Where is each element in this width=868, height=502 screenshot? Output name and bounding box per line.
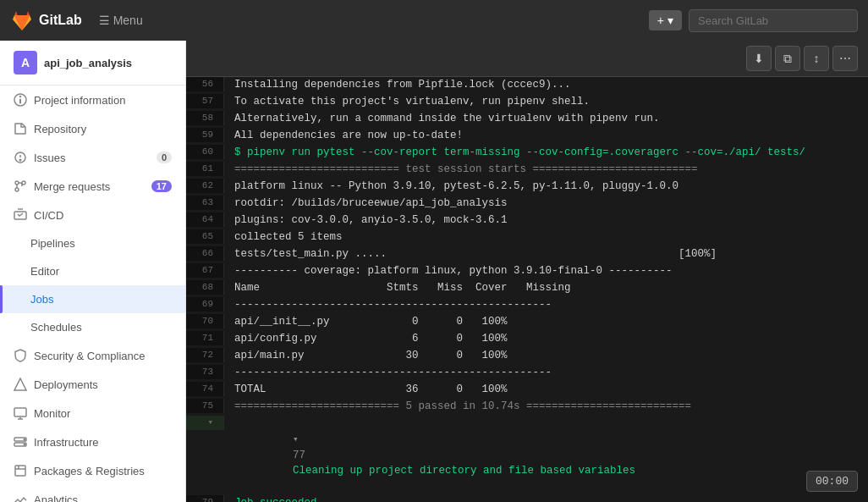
sidebar-item-jobs[interactable]: Jobs: [0, 285, 185, 313]
table-row: 66 tests/test_main.py ..... [100%]: [186, 246, 868, 263]
sidebar-item-label: Issues: [34, 152, 66, 164]
table-row: 57 To activate this project's virtualenv…: [186, 94, 868, 111]
table-row: 63 rootdir: /builds/bruceewue/api_job_an…: [186, 196, 868, 212]
project-name: api_job_analysis: [44, 57, 132, 69]
table-row: 58 Alternatively, run a command inside t…: [186, 111, 868, 128]
nav-actions: + ▾: [649, 9, 858, 32]
sidebar-item-label: Infrastructure: [34, 436, 99, 449]
sidebar-item-schedules[interactable]: Schedules: [0, 313, 185, 341]
new-button[interactable]: + ▾: [649, 10, 682, 30]
svg-point-14: [24, 444, 25, 445]
table-row: 56 Installing dependencies from Pipfile.…: [186, 77, 868, 94]
sidebar-item-label: Monitor: [34, 407, 70, 420]
sidebar-item-label: Repository: [34, 123, 86, 135]
sidebar-item-label: Merge requests: [34, 180, 110, 193]
sidebar-header: A api_job_analysis: [0, 41, 185, 86]
svg-rect-1: [19, 99, 21, 104]
svg-point-0: [19, 96, 21, 97]
download-button[interactable]: ⬇: [746, 46, 772, 71]
more-icon: ⋯: [839, 52, 851, 65]
package-icon: [14, 464, 27, 477]
analytics-icon: [14, 493, 27, 502]
sidebar-item-label: Packages & Registries: [34, 465, 145, 477]
sidebar-item-label: Project information: [34, 94, 125, 107]
copy-icon: ⧉: [783, 52, 792, 66]
table-row: 61 ========================== test sessi…: [186, 162, 868, 179]
table-row: 59 All dependencies are now up-to-date!: [186, 128, 868, 145]
terminal-output: 56 Installing dependencies from Pipfile.…: [186, 77, 868, 502]
sidebar: A api_job_analysis Project information R…: [0, 41, 186, 502]
sidebar-items: Project information Repository Issues 0 …: [0, 86, 185, 502]
table-row: 74 TOTAL 36 0 100%: [186, 382, 868, 399]
search-input[interactable]: [689, 9, 858, 32]
svg-point-5: [19, 159, 21, 161]
merge-requests-badge: 17: [151, 180, 172, 192]
more-button[interactable]: ⋯: [832, 46, 858, 71]
table-row: 65 collected 5 items: [186, 229, 868, 246]
monitor-icon: [14, 406, 27, 420]
copy-button[interactable]: ⧉: [775, 46, 800, 71]
sidebar-item-label: Pipelines: [30, 237, 75, 250]
sidebar-item-project-information[interactable]: Project information: [0, 86, 185, 114]
gitlab-text: GitLab: [39, 13, 82, 28]
top-nav: GitLab ☰ Menu + ▾: [0, 0, 868, 41]
merge-icon: [14, 179, 27, 193]
sidebar-content: Project information Repository Issues 0 …: [0, 86, 185, 502]
svg-rect-15: [15, 466, 25, 476]
download-icon: ⬇: [754, 52, 764, 65]
chevron-down-icon: ▾: [667, 14, 673, 27]
sidebar-item-pipelines[interactable]: Pipelines: [0, 229, 185, 257]
table-row: 73 -------------------------------------…: [186, 365, 868, 382]
table-row: 68 Name Stmts Miss Cover Missing: [186, 280, 868, 297]
sidebar-item-label: Editor: [30, 265, 59, 278]
table-row: 71 api/config.py 6 0 100%: [186, 331, 868, 348]
sidebar-item-monitor[interactable]: Monitor: [0, 399, 185, 428]
sidebar-item-label: CI/CD: [34, 209, 63, 222]
table-row: 79 Job succeeded: [186, 495, 868, 502]
menu-button[interactable]: ☰ Menu: [92, 10, 150, 30]
sidebar-item-security-compliance[interactable]: Security & Compliance: [0, 341, 185, 370]
table-row: ▾ ▾ 77 Cleaning up project directory and…: [186, 416, 868, 495]
job-terminal-content: ⬇ ⧉ ↕ ⋯ 56 Installing dependencies from …: [186, 41, 868, 502]
infra-icon: [14, 435, 27, 449]
sidebar-item-label: Analytics: [34, 494, 78, 503]
job-toolbar: ⬇ ⧉ ↕ ⋯: [186, 41, 868, 77]
avatar: A: [14, 51, 37, 74]
svg-point-7: [15, 188, 19, 191]
sidebar-item-packages-registries[interactable]: Packages & Registries: [0, 456, 185, 485]
table-row: 69 -------------------------------------…: [186, 297, 868, 314]
sidebar-item-repository[interactable]: Repository: [0, 114, 185, 143]
shield-icon: [14, 349, 27, 362]
table-row: 60 $ pipenv run pytest --cov-report term…: [186, 145, 868, 162]
sidebar-item-label: Schedules: [30, 321, 82, 334]
sidebar-item-editor[interactable]: Editor: [0, 257, 185, 285]
scroll-icon: ↕: [814, 52, 820, 65]
issue-icon: [14, 151, 27, 164]
sidebar-item-issues[interactable]: Issues 0: [0, 143, 185, 172]
job-timer: 00:00: [806, 471, 858, 492]
sidebar-item-infrastructure[interactable]: Infrastructure: [0, 428, 185, 456]
issues-badge: 0: [157, 152, 172, 163]
sidebar-item-deployments[interactable]: Deployments: [0, 370, 185, 399]
sidebar-item-analytics[interactable]: Analytics: [0, 485, 185, 502]
sidebar-item-merge-requests[interactable]: Merge requests 17: [0, 172, 185, 201]
sidebar-item-cicd[interactable]: CI/CD: [0, 201, 185, 229]
table-row: 70 api/__init__.py 0 0 100%: [186, 314, 868, 331]
repo-icon: [14, 122, 27, 135]
cicd-icon: [14, 208, 27, 222]
table-row: 75 ========================== 5 passed i…: [186, 399, 868, 416]
gitlab-logo: GitLab: [10, 8, 82, 32]
collapse-arrow[interactable]: ▾: [293, 434, 299, 444]
main-layout: A api_job_analysis Project information R…: [0, 41, 868, 502]
table-row: 64 plugins: cov-3.0.0, anyio-3.5.0, mock…: [186, 212, 868, 229]
scroll-button[interactable]: ↕: [804, 46, 829, 71]
deploy-icon: [14, 378, 27, 391]
table-row: 62 platform linux -- Python 3.9.10, pyte…: [186, 179, 868, 196]
table-row: 67 ---------- coverage: platform linux, …: [186, 263, 868, 280]
sidebar-item-label: Jobs: [30, 293, 53, 306]
svg-point-6: [15, 181, 19, 185]
gitlab-logo-icon: [10, 8, 34, 32]
table-row: 72 api/main.py 30 0 100%: [186, 348, 868, 365]
info-icon: [14, 93, 27, 107]
svg-point-13: [24, 439, 25, 440]
